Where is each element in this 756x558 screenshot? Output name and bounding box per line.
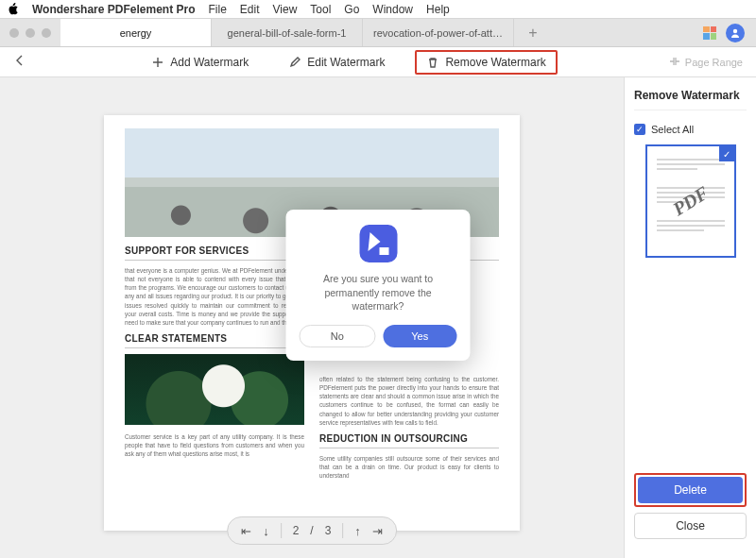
button-label: Close <box>676 519 705 533</box>
select-all-label: Select All <box>651 124 694 135</box>
minimize-window-icon[interactable] <box>26 28 35 38</box>
svg-point-0 <box>733 28 737 32</box>
document-tabs: energy general-bill-of-sale-form-1 revoc… <box>60 19 692 46</box>
button-label: Add Watermark <box>170 56 249 69</box>
page-separator: / <box>310 524 313 537</box>
remove-watermark-button[interactable]: Remove Watermark <box>415 50 557 75</box>
plus-icon: + <box>528 25 537 42</box>
doc-heading: CLEAR STATEMENTS <box>125 334 304 344</box>
back-button[interactable] <box>13 54 26 70</box>
window-traffic-lights <box>0 19 60 46</box>
close-window-icon[interactable] <box>9 28 19 38</box>
tab-bill-of-sale[interactable]: general-bill-of-sale-form-1 <box>212 19 363 46</box>
doc-paragraph: Customer service is a key part of any ut… <box>125 432 304 458</box>
first-page-button[interactable] <box>241 524 251 538</box>
tab-label: general-bill-of-sale-form-1 <box>228 27 347 39</box>
menu-help[interactable]: Help <box>426 3 450 16</box>
mac-menubar: Wondershare PDFelement Pro File Edit Vie… <box>0 0 756 19</box>
page-range-button[interactable]: Page Range <box>648 57 743 68</box>
app-name: Wondershare PDFelement Pro <box>32 3 196 16</box>
doc-heading: REDUCTION IN OUTSOURCING <box>319 434 499 444</box>
menu-tool[interactable]: Tool <box>310 3 331 16</box>
doc-paragraph: that everyone is a computer genius. We a… <box>125 266 304 327</box>
menu-file[interactable]: File <box>209 3 227 16</box>
total-pages: 3 <box>325 524 332 537</box>
page-navigator: 2 / 3 <box>227 516 397 545</box>
apple-icon <box>8 3 19 15</box>
button-label: Edit Watermark <box>307 56 385 69</box>
prev-page-button[interactable] <box>263 524 269 538</box>
delete-button[interactable]: Delete <box>638 477 743 503</box>
divider <box>342 523 343 538</box>
page-range-label: Page Range <box>685 57 743 68</box>
button-label: Yes <box>411 330 428 342</box>
dialog-message: Are you sure you want to permanently rem… <box>300 272 457 313</box>
menu-go[interactable]: Go <box>344 3 359 16</box>
tabbar-right <box>692 19 756 46</box>
close-button[interactable]: Close <box>634 513 747 539</box>
delete-button-highlight: Delete <box>634 473 747 507</box>
last-page-button[interactable] <box>372 524 383 538</box>
divider <box>319 448 499 448</box>
add-watermark-button[interactable]: Add Watermark <box>142 52 258 73</box>
tab-label: revocation-of-power-of-att… <box>373 27 503 39</box>
plus-icon <box>151 56 164 69</box>
watermark-toolbar: Add Watermark Edit Watermark Remove Wate… <box>0 47 756 77</box>
button-label: Remove Watermark <box>445 56 545 69</box>
tab-strip: energy general-bill-of-sale-form-1 revoc… <box>0 19 756 47</box>
button-label: No <box>331 330 344 342</box>
doc-paragraph: often related to the statement being con… <box>319 375 499 427</box>
menu-window[interactable]: Window <box>372 3 413 16</box>
checkbox-checked-icon: ✓ <box>634 124 645 135</box>
menu-edit[interactable]: Edit <box>240 3 260 16</box>
user-avatar[interactable] <box>726 24 745 42</box>
add-tab-button[interactable]: + <box>514 19 552 46</box>
doc-paragraph: Some utility companies still outsource s… <box>319 454 499 480</box>
trash-icon <box>426 56 439 69</box>
divider <box>125 347 304 348</box>
tab-energy[interactable]: energy <box>60 19 212 46</box>
remove-watermark-panel: Remove Watermark ✓ Select All ✓ PDF Dele… <box>624 77 756 558</box>
confirm-remove-dialog: Are you sure you want to permanently rem… <box>286 210 471 361</box>
current-page[interactable]: 2 <box>293 524 300 537</box>
menu-view[interactable]: View <box>273 3 298 16</box>
watermark-thumbnail[interactable]: ✓ PDF <box>645 144 736 258</box>
page-range-icon <box>669 57 680 68</box>
tab-revocation[interactable]: revocation-of-power-of-att… <box>363 19 514 46</box>
pencil-icon <box>288 56 301 69</box>
select-all-checkbox[interactable]: ✓ Select All <box>634 124 747 135</box>
zoom-window-icon[interactable] <box>42 28 51 38</box>
panel-title: Remove Watermark <box>634 89 747 110</box>
edit-watermark-button[interactable]: Edit Watermark <box>279 52 394 73</box>
tab-label: energy <box>120 27 152 39</box>
dialog-yes-button[interactable]: Yes <box>383 325 457 347</box>
checkmark-icon: ✓ <box>719 146 734 161</box>
app-logo-icon <box>359 225 397 262</box>
next-page-button[interactable] <box>354 524 361 538</box>
button-label: Delete <box>674 483 707 497</box>
page-inline-image <box>125 354 304 425</box>
dialog-no-button[interactable]: No <box>300 325 376 347</box>
apps-grid-icon[interactable] <box>703 26 716 40</box>
divider <box>281 523 282 538</box>
